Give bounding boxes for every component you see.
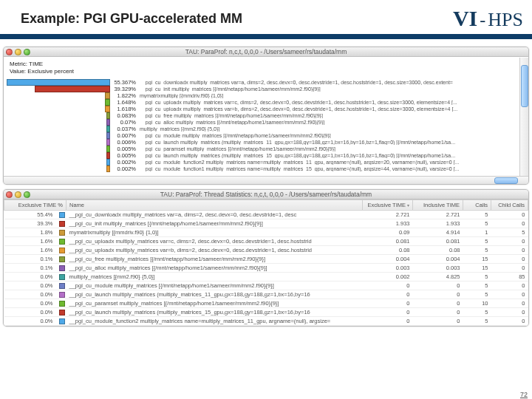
table-row[interactable]: 0.0%__pgi_cu_launch multiply_matrices (m…: [4, 290, 528, 299]
close-icon[interactable]: [6, 49, 13, 55]
color-swatch-cell: [56, 254, 66, 263]
profile-bar[interactable]: [106, 112, 110, 119]
cell-calls: 5: [463, 290, 491, 299]
function-name[interactable]: __pgi_cu_free multiply_matrices [{/mnt/n…: [140, 113, 519, 118]
function-name[interactable]: __pgi_cu_module_function2 multiply_matri…: [140, 160, 519, 165]
profile-bar[interactable]: [105, 92, 110, 99]
profile-percent: 55.367%: [113, 79, 137, 86]
profile-bar[interactable]: [35, 86, 110, 92]
table-row[interactable]: 0.0%__pgi_cu_paramset multiply_matrices …: [4, 299, 528, 307]
function-name[interactable]: __pgi_cu_paramset multiply_matrices [{/m…: [140, 146, 519, 151]
cell-child-calls: 85: [491, 272, 528, 281]
slide-header: Example: PGI GPU-accelerated MM VI - HPS: [0, 0, 532, 31]
function-name[interactable]: __pgi_cu_module multiply_matrices [{/mnt…: [140, 133, 519, 138]
col-exclusive-pct[interactable]: Exclusive TIME %: [4, 200, 66, 210]
col-exclusive-time[interactable]: Exclusive TIME: [363, 200, 413, 210]
cell-inclusive-time: 2.721: [413, 210, 463, 219]
profile-bar[interactable]: [106, 166, 110, 172]
col-inclusive-time[interactable]: Inclusive TIME: [413, 200, 463, 210]
table-row[interactable]: 0.0%__pgi_cu_launch multiply_matrices (m…: [4, 307, 528, 316]
function-name[interactable]: __pgi_cu_launch multiply_matrices (multi…: [140, 140, 519, 145]
profile-percent: 0.037%: [113, 126, 137, 132]
cell-child-calls: 0: [491, 219, 528, 228]
close-icon[interactable]: [6, 191, 13, 198]
function-name[interactable]: mymatrixmultiply [{mmdriv.f90} {1,0}]: [140, 93, 519, 98]
vertical-scrollbar[interactable]: [519, 58, 528, 177]
cell-exclusive-pct: 1.8%: [4, 228, 56, 236]
profile-percent: 0.07%: [113, 119, 137, 126]
horizontal-scrollbar[interactable]: [4, 176, 528, 184]
profile-bar[interactable]: [106, 126, 110, 132]
zoom-icon[interactable]: [24, 191, 30, 198]
cell-exclusive-pct: 0.0%: [4, 272, 56, 281]
function-name[interactable]: __pgi_cu_uploadx multiply_matrices var=b…: [140, 106, 519, 112]
cell-child-calls: 0: [491, 316, 528, 325]
cell-calls: 5: [463, 210, 491, 219]
table-row[interactable]: 1.8%mymatrixmultiply [{mmdriv.f90} {1,0}…: [4, 228, 528, 236]
cell-exclusive-pct: 1.6%: [4, 236, 56, 245]
bar-wrap: [7, 126, 110, 132]
bar-wrap: [7, 100, 110, 105]
minimize-icon[interactable]: [15, 49, 21, 55]
bar-wrap: [7, 113, 110, 118]
cell-child-calls: 0: [491, 263, 528, 272]
profile-bar[interactable]: [106, 139, 110, 146]
metric-label: Metric: TIME: [10, 61, 518, 68]
color-swatch-icon: [59, 318, 65, 324]
profile-percent: 1.822%: [113, 92, 137, 99]
function-name[interactable]: __pgi_cu_launch multiply_matrices (multi…: [140, 153, 519, 158]
table-row[interactable]: 1.6%__pgi_cu_uploadx multiply_matrices v…: [4, 236, 528, 245]
window-titlebar[interactable]: TAU: ParaProf: Thread Statistics: n,c,t,…: [4, 190, 528, 200]
profile-bar[interactable]: [106, 159, 110, 166]
table-row[interactable]: 0.0%multiply_matrices [{mm2.f90} {5,0}]0…: [4, 272, 528, 281]
page-number: 72: [520, 391, 528, 398]
cell-exclusive-time: 0: [363, 307, 413, 316]
cell-exclusive-time: 0: [363, 316, 413, 325]
table-row[interactable]: 1.6%__pgi_cu_uploadx multiply_matrices v…: [4, 245, 528, 254]
profile-bar[interactable]: [105, 99, 110, 106]
profile-percent: 0.005%: [113, 152, 137, 159]
function-name[interactable]: __pgi_cu_init multiply_matrices [{/mnt/n…: [140, 86, 519, 92]
table-row[interactable]: 0.1%__pgi_cu_free multiply_matrices [{/m…: [4, 254, 528, 263]
bar-area[interactable]: 55.367%__pgi_cu_downloadx multiply_matri…: [7, 79, 519, 174]
cell-inclusive-time: 0: [413, 281, 463, 290]
paraprof-bar-window: TAU: ParaProf: n,c,t, 0,0,0 - /Users/sam…: [3, 47, 529, 185]
cell-name: __pgi_cu_launch multiply_matrices (multi…: [66, 307, 363, 316]
color-swatch-cell: [56, 219, 66, 228]
profile-bar[interactable]: [106, 152, 110, 159]
function-name[interactable]: __pgi_cu_alloc multiply_matrices [{/mnt/…: [140, 120, 519, 125]
function-name[interactable]: multiply_matrices [{mm2.f90} {5,0}]: [140, 126, 519, 132]
table-row[interactable]: 0.0%__pgi_cu_module multiply_matrices [{…: [4, 281, 528, 290]
profile-bar[interactable]: [106, 146, 110, 152]
bar-wrap: [7, 106, 110, 112]
table-row[interactable]: 55.4%__pgi_cu_downloadx multiply_matrice…: [4, 210, 528, 219]
cell-inclusive-time: 0.004: [413, 254, 463, 263]
profile-percent: 0.006%: [113, 139, 137, 146]
cell-name: __pgi_cu_alloc multiply_matrices [{/mnt/…: [66, 263, 363, 272]
cell-calls: 5: [463, 281, 491, 290]
col-name[interactable]: Name: [66, 200, 363, 210]
profile-bar[interactable]: [106, 119, 110, 126]
window-titlebar[interactable]: TAU: ParaProf: n,c,t, 0,0,0 - /Users/sam…: [4, 47, 528, 57]
profile-percent: 0.002%: [113, 166, 137, 172]
cell-child-calls: 0: [491, 290, 528, 299]
bar-wrap: [7, 140, 110, 145]
profile-bar[interactable]: [106, 132, 110, 139]
function-name[interactable]: __pgi_cu_module_function1 multiply_matri…: [140, 166, 519, 171]
color-swatch-cell: [56, 245, 66, 254]
col-calls[interactable]: Calls: [463, 200, 491, 210]
table-row[interactable]: 0.1%__pgi_cu_alloc multiply_matrices [{/…: [4, 263, 528, 272]
logo-dash: -: [480, 10, 485, 30]
function-name[interactable]: __pgi_cu_downloadx multiply_matrices var…: [140, 80, 519, 85]
cell-exclusive-time: 0.081: [363, 236, 413, 245]
cell-inclusive-time: 0.081: [413, 236, 463, 245]
col-child-calls[interactable]: Child Calls: [491, 200, 528, 210]
minimize-icon[interactable]: [15, 191, 21, 198]
profile-bar[interactable]: [7, 79, 110, 86]
zoom-icon[interactable]: [24, 49, 30, 55]
table-row[interactable]: 0.0%__pgi_cu_module_function2 multiply_m…: [4, 316, 528, 325]
profile-bar[interactable]: [105, 106, 110, 112]
table-row[interactable]: 39.3%__pgi_cu_init multiply_matrices [{/…: [4, 219, 528, 228]
cell-inclusive-time: 0: [413, 299, 463, 307]
function-name[interactable]: __pgi_cu_uploadx multiply_matrices var=c…: [140, 100, 519, 105]
